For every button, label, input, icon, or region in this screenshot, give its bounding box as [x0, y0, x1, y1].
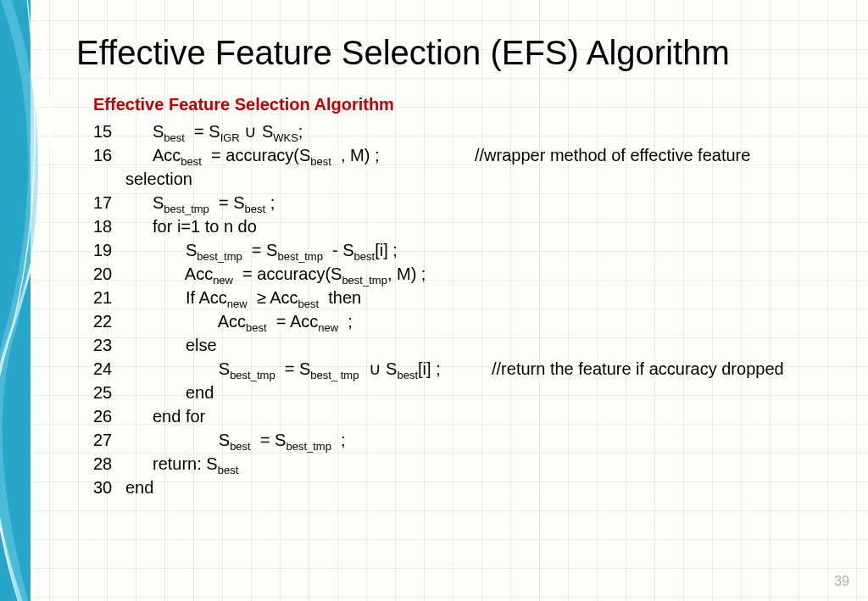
swoosh-graphic — [0, 0, 51, 601]
code-text: end — [153, 381, 214, 404]
line-number: 19 — [93, 238, 153, 262]
code-line: 24 Sbest_tmp = Sbest_ tmp ∪ Sbest[i] ; /… — [93, 357, 843, 381]
code-text: for i=1 to n do — [153, 214, 257, 238]
line-number: 30 — [93, 476, 125, 499]
line-number: 27 — [93, 428, 153, 452]
code-line: 16 Accbest = accuracy(Sbest , M) ; //wra… — [93, 143, 843, 167]
code-line: 28 return: Sbest — [93, 452, 843, 476]
code-text: Accnew = accuracy(Sbest_tmp, M) ; — [153, 262, 426, 286]
code-line: 18 for i=1 to n do — [93, 214, 843, 238]
line-number: 15 — [93, 120, 153, 143]
code-line: 23 else — [93, 333, 843, 357]
code-text: end for — [153, 404, 205, 428]
code-line: 27 Sbest = Sbest_tmp ; — [93, 428, 843, 452]
line-number: 16 — [93, 143, 153, 167]
code-text: else — [153, 333, 217, 357]
code-text: selection — [125, 167, 192, 191]
slide-title: Effective Feature Selection (EFS) Algori… — [76, 34, 843, 72]
code-line: 15 Sbest = SIGR ∪ SWKS; — [93, 120, 843, 143]
code-text: Sbest_tmp = Sbest ; — [153, 191, 275, 214]
code-line: 30 end — [93, 476, 843, 499]
line-number: 21 — [93, 286, 153, 309]
slide: Effective Feature Selection (EFS) Algori… — [0, 0, 868, 601]
code-text: Sbest_tmp = Sbest_ tmp ∪ Sbest[i] ; — [153, 357, 458, 381]
line-number: 26 — [93, 404, 153, 428]
code-text: Sbest = SIGR ∪ SWKS; — [153, 120, 303, 143]
code-line: 22 Accbest = Accnew ; — [93, 309, 843, 333]
line-number: 20 — [93, 262, 153, 286]
code-text: Sbest_tmp = Sbest_tmp - Sbest[i] ; — [153, 238, 398, 262]
code-text: Accbest = Accnew ; — [153, 309, 353, 333]
code-text: return: Sbest — [153, 452, 238, 476]
code-comment: //return the feature if accuracy dropped — [492, 357, 784, 381]
line-number: 18 — [93, 214, 153, 238]
code-text: Accbest = accuracy(Sbest , M) ; — [153, 143, 449, 167]
code-line: 20 Accnew = accuracy(Sbest_tmp, M) ; — [93, 262, 843, 286]
code-line: 26 end for — [93, 404, 843, 428]
line-number: 25 — [93, 381, 153, 404]
line-number: 23 — [93, 333, 153, 357]
line-number: 24 — [93, 357, 153, 381]
code-line: 17 Sbest_tmp = Sbest ; — [93, 191, 843, 214]
code-line: 19 Sbest_tmp = Sbest_tmp - Sbest[i] ; — [93, 238, 843, 262]
code-line: 21 If Accnew ≥ Accbest then — [93, 286, 843, 309]
line-number: 17 — [93, 191, 153, 214]
slide-content: Effective Feature Selection (EFS) Algori… — [76, 34, 843, 593]
code-text: end — [125, 476, 153, 499]
line-number: 22 — [93, 309, 153, 333]
page-number: 39 — [834, 574, 849, 589]
code-comment: //wrapper method of effective feature — [475, 143, 750, 167]
code-line: 25 end — [93, 381, 843, 404]
algorithm-block: Effective Feature Selection Algorithm 15… — [93, 92, 843, 499]
code-text: Sbest = Sbest_tmp ; — [153, 428, 346, 452]
code-line-wrap: selection — [93, 167, 843, 191]
code-text: If Accnew ≥ Accbest then — [153, 286, 361, 309]
line-number: 28 — [93, 452, 153, 476]
left-decoration — [0, 0, 51, 601]
algorithm-title: Effective Feature Selection Algorithm — [93, 92, 843, 116]
